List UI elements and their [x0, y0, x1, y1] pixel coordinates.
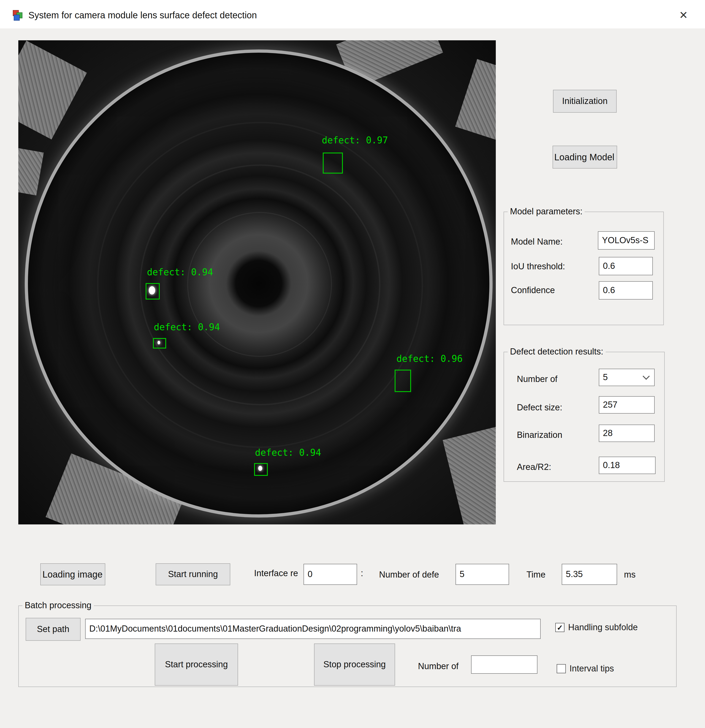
detections-layer: defect: 0.97defect: 0.94defect: 0.94defe…	[18, 40, 496, 524]
detection-box	[395, 370, 411, 392]
model-parameters-group: Model parameters: Model Name: YOLOv5s-S …	[503, 212, 664, 325]
iou-threshold-field[interactable]: 0.6	[599, 257, 653, 275]
set-path-button[interactable]: Set path	[26, 618, 81, 641]
time-label: Time	[526, 570, 545, 580]
image-viewer: defect: 0.97defect: 0.94defect: 0.94defe…	[18, 40, 496, 524]
loading-image-button[interactable]: Loading image	[40, 563, 105, 585]
path-field[interactable]: D:\01MyDocuments\01documents\01MasterGra…	[85, 619, 541, 639]
detection-label: defect: 0.94	[255, 447, 321, 458]
number-of-defects-field[interactable]: 5	[456, 564, 509, 585]
number-of-value: 5	[603, 373, 608, 383]
checkbox-label: Interval tips	[569, 664, 614, 674]
number-of-dropdown[interactable]: 5	[599, 369, 655, 386]
app-window: System for camera module lens surface de…	[0, 0, 705, 728]
confidence-label: Confidence	[511, 285, 555, 295]
model-name-field[interactable]: YOLOv5s-S	[598, 231, 655, 250]
checkbox-checked-icon: ✓	[555, 623, 564, 632]
close-icon[interactable]: ✕	[676, 8, 691, 22]
interface-refresh-suffix: :	[361, 568, 363, 578]
start-running-button[interactable]: Start running	[156, 563, 230, 585]
interface-refresh-field[interactable]: 0	[304, 564, 357, 585]
time-field[interactable]: 5.35	[562, 564, 617, 585]
number-of-defects-label: Number of defe	[379, 570, 439, 580]
interval-tips-checkbox[interactable]: Interval tips	[557, 664, 614, 674]
handling-subfolders-checkbox[interactable]: ✓ Handling subfolde	[555, 623, 638, 633]
stop-processing-button[interactable]: Stop processing	[314, 643, 395, 686]
detection-label: defect: 0.94	[154, 322, 220, 332]
iou-threshold-label: IoU threshold:	[511, 261, 565, 272]
detection-label: defect: 0.94	[147, 267, 213, 277]
detection-label: defect: 0.97	[322, 135, 388, 146]
detection-box	[323, 153, 343, 173]
checkbox-unchecked-icon	[557, 664, 566, 673]
detection-label: defect: 0.96	[396, 353, 463, 364]
batch-processing-group: Batch processing Set path D:\01MyDocumen…	[18, 605, 677, 687]
defect-size-field[interactable]: 257	[599, 396, 655, 413]
defect-spot	[157, 341, 160, 344]
group-title: Batch processing	[22, 601, 94, 611]
confidence-field[interactable]: 0.6	[599, 281, 653, 299]
interface-refresh-label: Interface re	[254, 568, 298, 578]
area-r2-label: Area/R2:	[517, 462, 551, 472]
time-unit-label: ms	[624, 570, 636, 580]
initialization-button[interactable]: Initialization	[553, 90, 617, 113]
binarization-label: Binarization	[517, 430, 562, 440]
app-icon	[12, 9, 23, 20]
detection-results-group: Defect detection results: Number of 5 De…	[503, 352, 665, 482]
group-title: Defect detection results:	[508, 347, 606, 357]
loading-model-button[interactable]: Loading Model	[552, 146, 617, 169]
start-processing-button[interactable]: Start processing	[155, 643, 238, 686]
title-bar: System for camera module lens surface de…	[0, 0, 705, 28]
area-r2-field[interactable]: 0.18	[599, 456, 656, 474]
batch-number-label: Number of	[418, 662, 458, 672]
chevron-down-icon	[643, 373, 650, 380]
window-title: System for camera module lens surface de…	[28, 10, 257, 20]
checkbox-label: Handling subfolde	[568, 623, 638, 633]
defect-size-label: Defect size:	[517, 403, 562, 413]
binarization-field[interactable]: 28	[599, 425, 655, 442]
number-of-label: Number of	[517, 374, 557, 384]
model-name-label: Model Name:	[511, 237, 563, 247]
batch-number-field[interactable]	[471, 656, 538, 674]
group-title: Model parameters:	[508, 207, 585, 217]
